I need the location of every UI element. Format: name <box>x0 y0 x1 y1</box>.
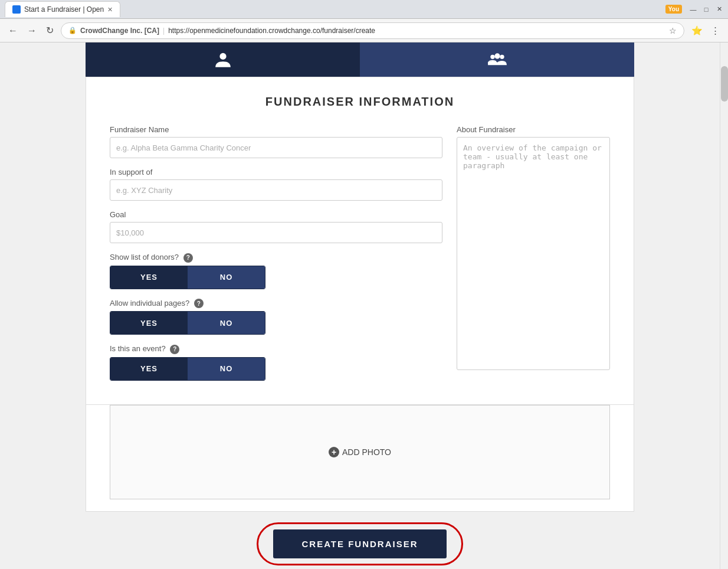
allow-individual-yes-button[interactable]: YES <box>110 312 188 334</box>
address-divider: | <box>163 27 165 35</box>
address-company: CrowdChange Inc. [CA] <box>80 27 159 35</box>
lock-icon: 🔒 <box>68 27 77 34</box>
extensions-button[interactable]: ⭐ <box>689 24 705 37</box>
create-fundraiser-button[interactable]: CREATE FUNDRAISER <box>273 529 446 558</box>
about-fundraiser-textarea[interactable] <box>457 137 610 370</box>
tab-title: Start a Fundraiser | Open <box>24 5 104 14</box>
allow-individual-group: Allow individual pages? ? YES NO <box>110 299 442 335</box>
allow-individual-help-icon[interactable]: ? <box>194 299 204 308</box>
photo-upload-container: + ADD PHOTO <box>86 405 634 512</box>
show-donors-toggle: YES NO <box>110 266 265 289</box>
minimize-button[interactable]: — <box>689 5 697 14</box>
is-event-no-button[interactable]: NO <box>188 358 265 380</box>
form-left-column: Fundraiser Name In support of Goal <box>110 125 442 381</box>
about-fundraiser-label: About Fundraiser <box>457 125 610 134</box>
forward-button[interactable]: → <box>25 23 39 38</box>
show-donors-label: Show list of donors? ? <box>110 253 442 263</box>
nav-tab-person[interactable] <box>86 42 360 77</box>
allow-individual-toggle: YES NO <box>110 311 265 335</box>
menu-button[interactable]: ⋮ <box>709 24 722 37</box>
add-photo-text: + ADD PHOTO <box>329 447 391 457</box>
svg-point-0 <box>219 53 226 60</box>
allow-individual-no-button[interactable]: NO <box>188 312 265 334</box>
top-navigation <box>86 42 634 77</box>
scrollbar-thumb[interactable] <box>721 66 728 102</box>
toolbar-icons: ⭐ ⋮ <box>689 24 722 37</box>
is-event-toggle: YES NO <box>110 357 265 381</box>
form-right-column: About Fundraiser <box>457 125 610 381</box>
create-button-wrapper: CREATE FUNDRAISER <box>273 529 446 558</box>
show-donors-help-icon[interactable]: ? <box>183 253 193 263</box>
plus-circle-icon: + <box>329 447 339 457</box>
maximize-button[interactable]: □ <box>702 5 710 14</box>
is-event-label: Is this an event? ? <box>110 344 442 354</box>
tab-close-button[interactable]: ✕ <box>107 6 113 14</box>
form-grid: Fundraiser Name In support of Goal <box>110 125 610 381</box>
is-event-help-icon[interactable]: ? <box>170 345 179 354</box>
you-badge: You <box>665 5 682 14</box>
bookmark-star-icon[interactable]: ☆ <box>669 26 677 35</box>
group-icon <box>488 50 507 69</box>
form-container: FUNDRAISER INFORMATION Fundraiser Name I… <box>86 77 634 405</box>
allow-individual-label: Allow individual pages? ? <box>110 299 442 309</box>
svg-point-2 <box>500 55 504 59</box>
show-donors-group: Show list of donors? ? YES NO <box>110 253 442 289</box>
browser-tab[interactable]: Start a Fundraiser | Open ✕ <box>5 1 120 17</box>
form-title: FUNDRAISER INFORMATION <box>110 95 610 109</box>
tab-favicon <box>12 5 21 14</box>
back-button[interactable]: ← <box>6 23 20 38</box>
create-button-area: CREATE FUNDRAISER <box>0 512 720 570</box>
reload-button[interactable]: ↻ <box>44 22 56 38</box>
photo-upload-box[interactable]: + ADD PHOTO <box>110 405 610 499</box>
svg-point-1 <box>490 55 494 59</box>
fundraiser-name-group: Fundraiser Name <box>110 125 442 158</box>
goal-group: Goal <box>110 210 442 243</box>
goal-input[interactable] <box>110 222 442 243</box>
in-support-of-input[interactable] <box>110 179 442 201</box>
in-support-of-label: In support of <box>110 168 442 176</box>
browser-toolbar: ← → ↻ 🔒 CrowdChange Inc. [CA] | https://… <box>0 19 728 42</box>
show-donors-no-button[interactable]: NO <box>188 266 265 289</box>
fundraiser-name-label: Fundraiser Name <box>110 125 442 134</box>
add-photo-label: ADD PHOTO <box>342 447 391 457</box>
address-url: https://openmedicinefoundation.crowdchan… <box>168 27 375 35</box>
is-event-yes-button[interactable]: YES <box>110 358 188 380</box>
browser-scrollbar[interactable] <box>720 42 728 569</box>
in-support-of-group: In support of <box>110 168 442 201</box>
person-icon <box>214 50 232 69</box>
window-controls: You — □ ✕ <box>665 5 723 14</box>
fundraiser-name-input[interactable] <box>110 137 442 158</box>
is-event-group: Is this an event? ? YES NO <box>110 344 442 381</box>
address-bar[interactable]: 🔒 CrowdChange Inc. [CA] | https://openme… <box>61 22 684 39</box>
svg-point-3 <box>494 53 500 58</box>
show-donors-yes-button[interactable]: YES <box>110 266 188 289</box>
nav-tab-group[interactable] <box>360 42 634 77</box>
goal-label: Goal <box>110 210 442 219</box>
browser-titlebar: Start a Fundraiser | Open ✕ You — □ ✕ <box>0 0 728 19</box>
page-content: FUNDRAISER INFORMATION Fundraiser Name I… <box>0 42 728 569</box>
close-button[interactable]: ✕ <box>715 5 723 14</box>
